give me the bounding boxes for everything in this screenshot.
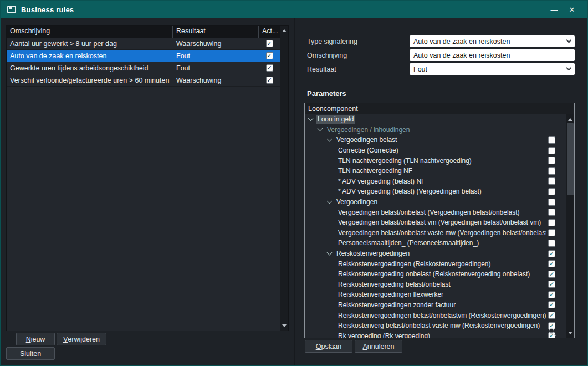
param-checkbox[interactable]	[548, 209, 555, 216]
sluiten-button[interactable]: Sluiten	[6, 347, 55, 360]
type-signalering-label: Type signalering	[307, 35, 357, 47]
tree-item-label: Reiskostenvergoedingen flexwerker	[336, 290, 445, 299]
param-checkbox[interactable]: ✓	[548, 301, 555, 308]
rule-actief-cell: ✓	[259, 64, 280, 72]
param-checkbox[interactable]: ✓	[548, 291, 555, 298]
business-rules-window: Business rules — ✕ Omschrijving Resultaa…	[0, 0, 588, 366]
column-header-resultaat[interactable]: Resultaat	[173, 26, 259, 38]
nieuw-button[interactable]: Nieuw	[16, 333, 55, 345]
rule-row[interactable]: Verschil verloonde/gefactureerde uren > …	[7, 74, 280, 87]
param-checkbox[interactable]	[548, 240, 555, 247]
tree-row[interactable]: Reiskostenvergoedingen belast/onbelastvm…	[305, 310, 574, 321]
search-icon[interactable]	[548, 328, 556, 336]
rule-omschrijving: Auto van de zaak en reiskosten	[7, 52, 173, 60]
tree-row[interactable]: Vergoedingen belast/onbelast (Vergoeding…	[305, 207, 574, 217]
scroll-up-icon[interactable]	[566, 115, 574, 123]
opslaan-button[interactable]: Opslaan	[305, 340, 352, 353]
tree-item-label: Rk vergoeding (Rk vergoeding)	[336, 332, 432, 338]
tree-item-label: Reiskostenverg belast/onbelast vaste mw …	[336, 321, 541, 330]
type-signalering-value: Auto van de zaak en reiskosten	[413, 38, 510, 45]
app-icon	[7, 6, 16, 13]
param-checkbox[interactable]: ✓	[548, 271, 555, 278]
chevron-down-icon[interactable]	[327, 250, 333, 255]
param-checkbox[interactable]	[548, 177, 555, 185]
rule-row[interactable]: Auto van de zaak en reiskostenFout✓	[7, 50, 280, 62]
titlebar[interactable]: Business rules — ✕	[1, 1, 587, 18]
rules-table: Omschrijving Resultaat Act... Aantal uur…	[6, 25, 289, 331]
tree-row[interactable]: Vergoedingen belast/onbelast vaste mw (V…	[305, 228, 574, 238]
param-checkbox[interactable]: ✓	[548, 281, 555, 288]
tree-row[interactable]: Reiskostenvergoedingen flexwerker✓	[305, 289, 574, 300]
scroll-down-icon[interactable]	[566, 329, 574, 337]
actief-checkbox[interactable]: ✓	[266, 40, 273, 47]
tree-row[interactable]: Rk vergoeding (Rk vergoeding)✓	[305, 331, 574, 338]
tree-row[interactable]: Loon in geld	[305, 114, 574, 125]
param-checkbox[interactable]: ✓	[548, 260, 555, 267]
actief-checkbox[interactable]: ✓	[266, 77, 273, 84]
chevron-down-icon[interactable]	[318, 126, 323, 131]
param-checkbox[interactable]	[548, 157, 555, 164]
chevron-down-icon[interactable]	[327, 136, 333, 142]
actief-checkbox[interactable]: ✓	[266, 64, 273, 72]
tree-item-label: Correctie (Correctie)	[336, 146, 400, 155]
chevron-down-icon[interactable]	[327, 198, 333, 204]
scroll-up-icon[interactable]	[280, 27, 288, 34]
column-header-looncomponent[interactable]: Looncomponent	[305, 103, 558, 114]
param-checkbox[interactable]: ✓	[548, 312, 555, 319]
rules-table-body: Aantal uur gewerkt > 8 uur per dagWaarsc…	[7, 38, 280, 331]
tree-row[interactable]: Vergoedingen belast	[305, 135, 574, 145]
column-header-checkbox[interactable]	[558, 103, 574, 114]
param-checkbox[interactable]	[548, 199, 555, 206]
tree-row[interactable]: Reiskostenverg belast/onbelast vaste mw …	[305, 321, 574, 331]
param-checkbox[interactable]	[548, 219, 555, 226]
tree-row[interactable]: Correctie (Correctie)	[305, 145, 574, 156]
column-header-actief[interactable]: Act...	[259, 26, 280, 38]
column-header-omschrijving[interactable]: Omschrijving	[7, 26, 173, 38]
chevron-down-icon[interactable]	[308, 115, 314, 121]
tree-item-label: Reiskostenvergoeding belast/onbelast	[336, 280, 452, 289]
tree-item-label: Loon in geld	[316, 115, 355, 124]
param-checkbox[interactable]	[548, 229, 555, 236]
param-checkbox[interactable]	[548, 167, 555, 175]
tree-row[interactable]: TLN nachtvergoeding (TLN nachtvergoeding…	[305, 155, 574, 166]
type-signalering-select[interactable]: Auto van de zaak en reiskosten	[410, 35, 575, 47]
tree-row[interactable]: Reiskostenvergoeding onbelast (Reiskoste…	[305, 269, 574, 279]
rule-row[interactable]: Aantal uur gewerkt > 8 uur per dagWaarsc…	[7, 38, 280, 50]
tree-row[interactable]: * ADV vergoeding (belast) NF	[305, 176, 574, 187]
scroll-down-icon[interactable]	[280, 322, 288, 329]
close-button[interactable]: ✕	[563, 1, 581, 18]
param-checkbox[interactable]: ✓	[548, 250, 555, 257]
tree-row[interactable]: Reiskostenvergoeding belast/onbelast✓	[305, 279, 574, 290]
rule-row[interactable]: Gewerkte uren tijdens arbeidsongeschikth…	[7, 62, 280, 74]
tree-row[interactable]: Vergoedingen / inhoudingen	[305, 125, 574, 135]
tree-item-label: Vergoedingen / inhoudingen	[325, 125, 411, 134]
verwijderen-button[interactable]: Verwijderen	[57, 333, 106, 345]
tree-row[interactable]: Reiskostenvergoedingen (Reiskostenvergoe…	[305, 258, 574, 269]
tree-row[interactable]: Reiskostenvergoedingen✓	[305, 248, 574, 259]
tree-item-label: Reiskostenvergoedingen (Reiskostenvergoe…	[336, 260, 493, 268]
rule-resultaat: Fout	[173, 52, 259, 60]
tree-item-label: Vergoedingen belast	[335, 135, 398, 144]
tree-row[interactable]: Vergoedingen	[305, 197, 574, 207]
param-checkbox[interactable]	[548, 136, 555, 144]
scrollbar-thumb[interactable]	[567, 123, 574, 195]
tree-scrollbar[interactable]	[566, 114, 574, 338]
rules-table-scrollbar[interactable]	[280, 26, 288, 331]
minimize-button[interactable]: —	[545, 1, 563, 18]
annuleren-button[interactable]: Annuleren	[355, 340, 402, 353]
param-checkbox[interactable]	[548, 188, 555, 195]
resultaat-label: Resultaat	[307, 63, 336, 75]
tree-row[interactable]: Vergoedingen belast/onbelast vm (Vergoed…	[305, 217, 574, 228]
actief-checkbox[interactable]: ✓	[266, 52, 273, 59]
window-title: Business rules	[21, 6, 74, 14]
omschrijving-input[interactable]	[410, 49, 575, 61]
panel-divider	[294, 18, 295, 365]
tree-item-label: TLN nachtvergoeding (TLN nachtvergoeding…	[336, 156, 473, 165]
tree-row[interactable]: Personeelsmaaltijden_ (Personeelsmaaltij…	[305, 238, 574, 248]
tree-item-label: Personeelsmaaltijden_ (Personeelsmaaltij…	[336, 238, 480, 247]
tree-row[interactable]: TLN nachtvergoeding NF	[305, 166, 574, 176]
tree-row[interactable]: * ADV vergoeding (belast) (Vergoedingen …	[305, 186, 574, 197]
tree-row[interactable]: Reiskostenvergoedingen zonder factuur✓	[305, 300, 574, 311]
resultaat-select[interactable]: Fout	[410, 63, 575, 75]
param-checkbox[interactable]	[548, 147, 555, 154]
